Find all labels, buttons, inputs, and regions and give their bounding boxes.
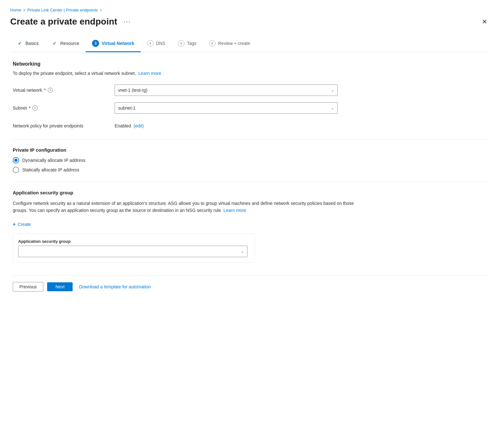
asg-create-button[interactable]: + Create <box>13 220 31 228</box>
static-ip-option[interactable]: Statically allocate IP address <box>13 167 487 173</box>
tab-tags-icon: 5 <box>178 40 184 47</box>
download-template-button[interactable]: Download a template for automation <box>76 282 153 291</box>
tab-dns-label: DNS <box>156 41 166 46</box>
static-ip-label: Statically allocate IP address <box>22 167 79 172</box>
tab-review-icon: 6 <box>209 40 216 47</box>
breadcrumb-separator-2: > <box>100 8 102 12</box>
asg-section: Application security group Configure net… <box>13 190 487 263</box>
asg-dropdown-chevron: ⌄ <box>241 249 244 254</box>
subnet-dropdown-chevron: ⌄ <box>331 106 334 110</box>
page-title: Create a private endpoint <box>10 16 117 27</box>
tab-dns-icon: 4 <box>147 40 154 47</box>
network-policy-label: Network policy for private endpoints <box>13 123 115 128</box>
networking-learn-more[interactable]: Learn more <box>139 71 161 76</box>
breadcrumb-home[interactable]: Home <box>10 8 21 12</box>
network-policy-edit[interactable]: (edit) <box>133 123 144 128</box>
networking-description: To deploy the private endpoint, select a… <box>13 70 487 77</box>
tab-basics[interactable]: ✓ Basics <box>10 36 45 52</box>
ip-radio-group: Dynamically allocate IP address Statical… <box>13 157 487 173</box>
tab-virtual-network-label: Virtual Network <box>102 41 134 46</box>
tab-basics-label: Basics <box>25 41 39 46</box>
vnet-dropdown-chevron: ⌄ <box>331 88 334 92</box>
networking-title: Networking <box>13 61 487 67</box>
virtual-network-row: Virtual network * i vnet-1 (test-rg) ⌄ <box>13 84 487 96</box>
asg-dropdown[interactable]: ⌄ <box>18 246 247 257</box>
divider-2 <box>13 182 487 182</box>
virtual-network-dropdown[interactable]: vnet-1 (test-rg) ⌄ <box>115 84 338 96</box>
asg-title: Application security group <box>13 190 487 195</box>
virtual-network-label: Virtual network * i <box>13 88 115 93</box>
wizard-tabs: ✓ Basics ✓ Resource 3 Virtual Network 4 … <box>10 36 490 52</box>
subnet-info-icon[interactable]: i <box>32 105 38 111</box>
content-area: Networking To deploy the private endpoin… <box>10 61 490 292</box>
networking-section: Networking To deploy the private endpoin… <box>13 61 487 132</box>
breadcrumb: Home > Private Link Center | Private end… <box>10 8 490 12</box>
tab-virtual-network[interactable]: 3 Virtual Network <box>86 36 140 52</box>
asg-create-label: Create <box>18 222 31 227</box>
required-star-vnet: * <box>44 88 46 93</box>
network-policy-row: Network policy for private endpoints Ena… <box>13 120 487 132</box>
divider-1 <box>13 139 487 140</box>
page-header: Create a private endpoint ··· ✕ <box>10 16 490 27</box>
tab-basics-icon: ✓ <box>17 40 23 47</box>
dynamic-ip-option[interactable]: Dynamically allocate IP address <box>13 157 487 163</box>
asg-field-label: Application security group <box>18 239 249 244</box>
tab-review-create[interactable]: 6 Review + create <box>203 36 257 52</box>
private-ip-title: Private IP configuration <box>13 147 487 153</box>
breadcrumb-privatelink[interactable]: Private Link Center | Private endpoints <box>27 8 98 12</box>
private-ip-section: Private IP configuration Dynamically all… <box>13 147 487 173</box>
next-button[interactable]: Next <box>47 282 73 291</box>
network-policy-control: Enabled (edit) <box>115 123 338 128</box>
network-policy-value: Enabled (edit) <box>115 123 338 128</box>
close-button[interactable]: ✕ <box>479 17 490 27</box>
tab-resource-icon: ✓ <box>51 40 58 47</box>
network-policy-status: Enabled <box>115 123 131 128</box>
asg-learn-more[interactable]: Learn more <box>224 208 246 213</box>
virtual-network-control: vnet-1 (test-rg) ⌄ <box>115 84 338 96</box>
tab-tags-label: Tags <box>187 41 196 46</box>
previous-button[interactable]: Previous <box>13 282 43 292</box>
breadcrumb-separator-1: > <box>23 8 25 12</box>
vnet-info-icon[interactable]: i <box>48 88 53 93</box>
asg-container: Application security group ⌄ <box>13 234 255 263</box>
dynamic-ip-label: Dynamically allocate IP address <box>22 158 85 163</box>
tab-tags[interactable]: 5 Tags <box>172 36 203 52</box>
virtual-network-value: vnet-1 (test-rg) <box>118 88 147 93</box>
asg-description: Configure network security as a natural … <box>13 200 363 214</box>
tab-resource[interactable]: ✓ Resource <box>45 36 86 52</box>
tab-virtual-network-icon: 3 <box>92 40 99 47</box>
subnet-value: subnet-1 <box>118 105 135 111</box>
required-star-subnet: * <box>29 105 30 111</box>
more-options-button[interactable]: ··· <box>121 17 133 26</box>
plus-icon: + <box>13 221 16 227</box>
subnet-label: Subnet * i <box>13 105 115 111</box>
tab-dns[interactable]: 4 DNS <box>141 36 172 52</box>
subnet-control: subnet-1 ⌄ <box>115 102 338 114</box>
tab-resource-label: Resource <box>60 41 79 46</box>
subnet-dropdown[interactable]: subnet-1 ⌄ <box>115 102 338 114</box>
subnet-row: Subnet * i subnet-1 ⌄ <box>13 102 487 114</box>
static-ip-radio[interactable] <box>13 167 19 173</box>
dynamic-ip-radio[interactable] <box>13 157 19 163</box>
tab-review-label: Review + create <box>218 41 250 46</box>
bottom-nav: Previous Next Download a template for au… <box>13 275 487 292</box>
